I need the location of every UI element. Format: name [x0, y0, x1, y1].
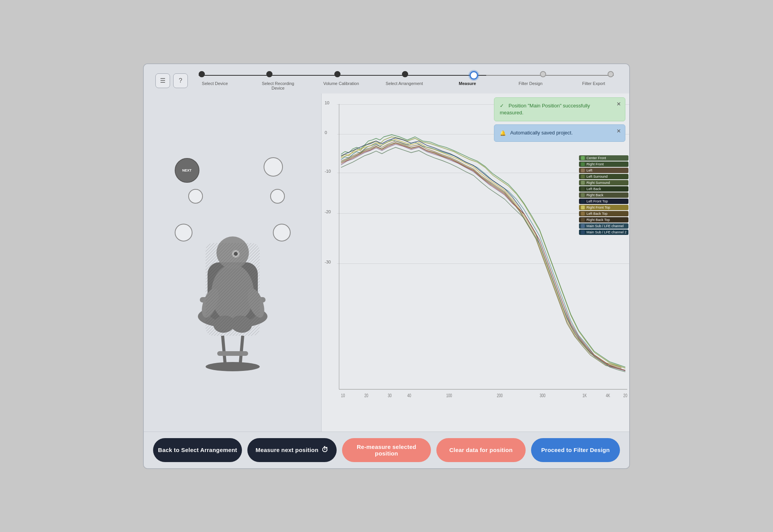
svg-rect-1	[221, 336, 227, 367]
app-container: ☰ ? Select Device Select Recording	[143, 63, 630, 469]
notification-success-text: Position "Main Position" successfully me…	[500, 103, 590, 116]
proceed-label: Proceed to Filter Design	[541, 447, 610, 453]
legend-label-left-back: Left Back	[586, 187, 601, 191]
speaker-tr[interactable]	[264, 157, 283, 177]
close-notification-success[interactable]: ✕	[616, 101, 621, 107]
notification-success: ✓ Position "Main Position" successfully …	[494, 97, 625, 122]
step-4	[402, 71, 408, 77]
legend-label-center-front: Center Front	[586, 156, 606, 160]
success-icon: ✓	[500, 102, 504, 109]
label-5: Measure	[444, 81, 490, 90]
legend-swatch-center-front	[581, 156, 585, 160]
notification-info: 🔔 Automatically saved project. ✕	[494, 124, 625, 142]
legend-center-front: Center Front	[579, 155, 628, 161]
speaker-next[interactable]: NEXT	[175, 158, 199, 183]
legend-label-left-front-top: Left Front Top	[586, 199, 608, 203]
back-button[interactable]: Back to Select Arrangement	[153, 438, 242, 462]
progress-labels: Select Device Select Recording Device Vo…	[195, 80, 618, 90]
bottom-bar: Back to Select Arrangement Measure next …	[144, 432, 629, 468]
legend-left-back-top: Left Back Top	[579, 211, 628, 216]
y-label-neg30: -30	[325, 260, 331, 264]
legend-swatch-left	[581, 168, 585, 172]
step-3	[334, 71, 341, 77]
step-2	[266, 71, 272, 77]
svg-text:100: 100	[446, 393, 452, 398]
svg-text:300: 300	[540, 393, 545, 398]
notifications-area: ✓ Position "Main Position" successfully …	[494, 97, 625, 142]
back-button-label: Back to Select Arrangement	[158, 447, 237, 453]
header: ☰ ? Select Device Select Recording	[144, 64, 629, 93]
legend-swatch-right-back	[581, 193, 585, 197]
bell-icon: 🔔	[500, 130, 506, 137]
label-2: Select Recording Device	[255, 81, 301, 90]
label-3: Volume Calibration	[318, 81, 364, 90]
legend-label-main-sub-1: Main Sub / LFE channel	[586, 224, 623, 228]
legend-left: Left	[579, 168, 628, 173]
label-6: Filter Design	[507, 81, 554, 90]
legend-swatch-left-back-top	[581, 212, 585, 216]
svg-text:20: 20	[364, 393, 368, 398]
speaker-scene: NEXT	[152, 146, 314, 378]
legend-label-left-back-top: Left Back Top	[586, 212, 607, 216]
svg-point-0	[206, 362, 260, 371]
right-panel: 10 0 -10 -20 -30	[322, 93, 629, 432]
legend-swatch-right-front	[581, 162, 585, 166]
svg-text:10: 10	[341, 393, 345, 398]
y-label-10: 10	[325, 100, 329, 105]
legend-label-left: Left	[586, 168, 592, 172]
header-icons: ☰ ?	[155, 73, 188, 88]
legend-label-right-back-top: Right Back Top	[586, 218, 610, 222]
legend-right-front-top: Right Front Top	[579, 205, 628, 210]
legend-swatch-main-sub-1	[581, 224, 585, 228]
close-notification-info[interactable]: ✕	[616, 128, 621, 134]
legend-main-sub-1: Main Sub / LFE channel	[579, 223, 628, 229]
legend-swatch-right-surround	[581, 181, 585, 185]
clear-button[interactable]: Clear data for position	[436, 438, 525, 462]
legend-label-right-back: Right Back	[586, 193, 603, 197]
legend-left-surround: Left Surround	[579, 174, 628, 179]
svg-text:30: 30	[388, 393, 392, 398]
remeasure-button[interactable]: Re-measure selected position	[342, 438, 431, 462]
menu-button[interactable]: ☰	[155, 73, 170, 88]
legend-label-right-front: Right Front	[586, 162, 604, 166]
legend-right-back: Right Back	[579, 192, 628, 198]
grid-line-5	[337, 263, 629, 264]
timer-icon: ⏱	[322, 446, 329, 454]
chart-legend: Center Front Right Front Left Left Surro…	[579, 155, 628, 235]
legend-label-left-surround: Left Surround	[586, 175, 608, 178]
remeasure-label: Re-measure selected position	[346, 444, 427, 457]
legend-swatch-right-front-top	[581, 206, 585, 209]
legend-swatch-right-back-top	[581, 218, 585, 222]
next-label: NEXT	[182, 168, 191, 172]
label-7: Filter Export	[570, 81, 617, 90]
clear-label: Clear data for position	[449, 447, 513, 453]
legend-label-right-front-top: Right Front Top	[586, 206, 610, 209]
y-label-0: 0	[325, 130, 327, 135]
progress-track	[195, 71, 618, 80]
svg-text:200: 200	[497, 393, 502, 398]
legend-right-back-top: Right Back Top	[579, 217, 628, 223]
help-button[interactable]: ?	[173, 73, 188, 88]
legend-swatch-left-front-top	[581, 199, 585, 203]
legend-right-surround: Right Surround	[579, 180, 628, 185]
svg-text:40: 40	[407, 393, 411, 398]
measure-next-button[interactable]: Measure next position ⏱	[247, 438, 336, 462]
step-6	[540, 71, 546, 77]
label-1: Select Device	[192, 81, 238, 90]
proceed-button[interactable]: Proceed to Filter Design	[531, 438, 620, 462]
svg-rect-2	[238, 336, 244, 367]
main-content: NEXT	[144, 93, 629, 432]
notification-info-text: Automatically saved project.	[510, 130, 573, 136]
y-label-neg20: -20	[325, 209, 331, 214]
legend-swatch-left-back	[581, 187, 585, 191]
svg-text:20: 20	[623, 393, 627, 398]
legend-label-main-sub-2: Main Sub / LFE channel 2	[586, 230, 627, 234]
legend-swatch-main-sub-2	[581, 230, 585, 234]
legend-left-front-top: Left Front Top	[579, 199, 628, 204]
svg-text:4K: 4K	[606, 393, 611, 398]
step-1	[199, 71, 205, 77]
person-silhouette	[179, 189, 287, 374]
left-panel: NEXT	[144, 93, 322, 432]
step-5-active	[470, 71, 478, 80]
progress-steps	[199, 71, 614, 80]
